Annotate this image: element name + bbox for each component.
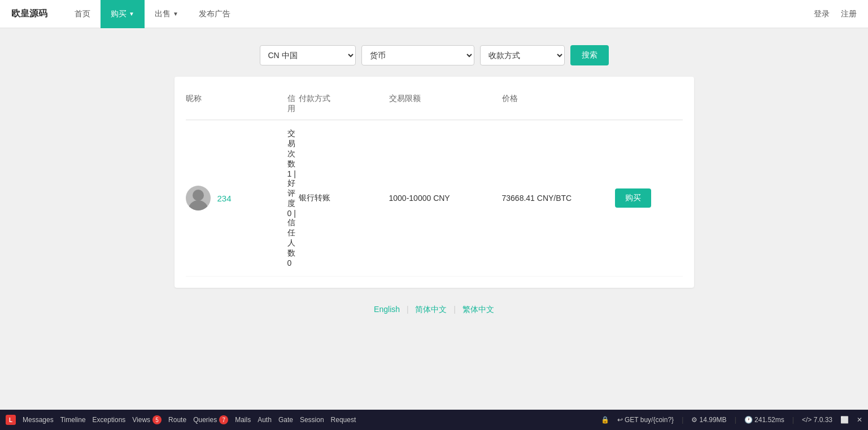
- search-bar: CN 中国 US 美国 JP 日本 货币 BTC ETH USDT 收款方式 银…: [175, 45, 694, 65]
- search-button[interactable]: 搜索: [570, 45, 609, 65]
- nav-links: 首页 购买 ▼ 出售 ▼ 发布广告: [64, 0, 814, 28]
- navbar: 欧皇源码 首页 购买 ▼ 出售 ▼ 发布广告 登录 注册: [0, 0, 868, 28]
- trade-limit: 1000-10000 CNY: [389, 194, 502, 203]
- country-select[interactable]: CN 中国 US 美国 JP 日本: [260, 45, 356, 65]
- nav-advertise[interactable]: 发布广告: [189, 0, 241, 28]
- col-price: 价格: [502, 94, 615, 114]
- currency-select[interactable]: 货币 BTC ETH USDT: [361, 45, 474, 65]
- buy-action: 购买: [615, 188, 683, 208]
- nav-buy[interactable]: 购买 ▼: [101, 0, 145, 28]
- col-limit: 交易限额: [389, 94, 502, 114]
- col-payment: 付款方式: [299, 94, 389, 114]
- col-action: [615, 94, 683, 114]
- col-credit: 信用: [287, 94, 299, 114]
- user-cell: 234: [186, 186, 287, 210]
- col-nickname: 昵称: [186, 94, 287, 114]
- separator-1: |: [407, 305, 409, 314]
- separator-2: |: [453, 305, 456, 314]
- lang-english[interactable]: English: [374, 305, 400, 314]
- nav-home[interactable]: 首页: [64, 0, 101, 28]
- navbar-right: 登录 注册: [814, 9, 857, 19]
- login-link[interactable]: 登录: [814, 9, 830, 19]
- table-header: 昵称 信用 付款方式 交易限额 价格: [186, 88, 683, 120]
- brand-logo: 欧皇源码: [11, 8, 47, 20]
- nav-sell[interactable]: 出售 ▼: [145, 0, 189, 28]
- table-card: 昵称 信用 付款方式 交易限额 价格 234 交易次数 1 | 好评度 0 | …: [175, 77, 694, 288]
- payment-method: 银行转账: [299, 193, 389, 203]
- footer-lang: English | 简体中文 | 繁体中文: [175, 305, 694, 315]
- svg-point-1: [193, 190, 204, 201]
- lang-traditional[interactable]: 繁体中文: [463, 305, 494, 314]
- avatar: [186, 186, 211, 210]
- buy-dropdown-arrow: ▼: [129, 11, 134, 17]
- buy-button[interactable]: 购买: [615, 188, 651, 208]
- svg-point-0: [188, 200, 208, 210]
- register-link[interactable]: 注册: [841, 9, 857, 19]
- lang-simplified[interactable]: 简体中文: [415, 305, 447, 314]
- payment-select[interactable]: 收款方式 银行转账 支付宝 微信: [480, 45, 565, 65]
- credit-info: 交易次数 1 | 好评度 0 | 信任人数 0: [287, 129, 299, 267]
- table-row: 234 交易次数 1 | 好评度 0 | 信任人数 0 银行转账 1000-10…: [186, 120, 683, 277]
- price-value: 73668.41 CNY/BTC: [502, 194, 615, 203]
- sell-dropdown-arrow: ▼: [173, 11, 178, 17]
- user-name[interactable]: 234: [217, 194, 232, 203]
- main-content: CN 中国 US 美国 JP 日本 货币 BTC ETH USDT 收款方式 银…: [163, 28, 705, 332]
